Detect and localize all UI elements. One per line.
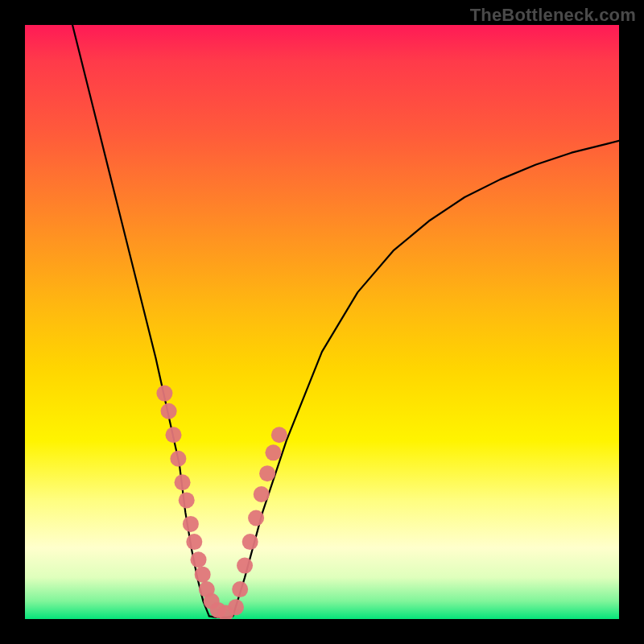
series-layer — [72, 25, 619, 617]
data-marker — [248, 510, 264, 526]
curve-right-branch — [233, 141, 619, 616]
chart-frame: TheBottleneck.com — [0, 0, 644, 644]
chart-svg — [25, 25, 619, 619]
data-marker — [228, 599, 244, 615]
marker-layer — [156, 386, 287, 619]
data-marker — [183, 516, 199, 532]
data-marker — [237, 558, 253, 574]
data-marker — [175, 474, 191, 490]
data-marker — [271, 427, 287, 443]
data-marker — [170, 451, 186, 467]
data-marker — [186, 534, 202, 550]
data-marker — [254, 486, 270, 502]
data-marker — [232, 581, 248, 597]
data-marker — [179, 492, 195, 508]
data-marker — [265, 444, 281, 460]
watermark-label: TheBottleneck.com — [470, 5, 636, 26]
data-marker — [191, 551, 207, 568]
data-marker — [195, 567, 211, 583]
data-marker — [166, 427, 182, 443]
data-marker — [161, 403, 177, 419]
data-marker — [259, 465, 275, 481]
data-marker — [242, 534, 258, 550]
data-marker — [156, 386, 172, 402]
